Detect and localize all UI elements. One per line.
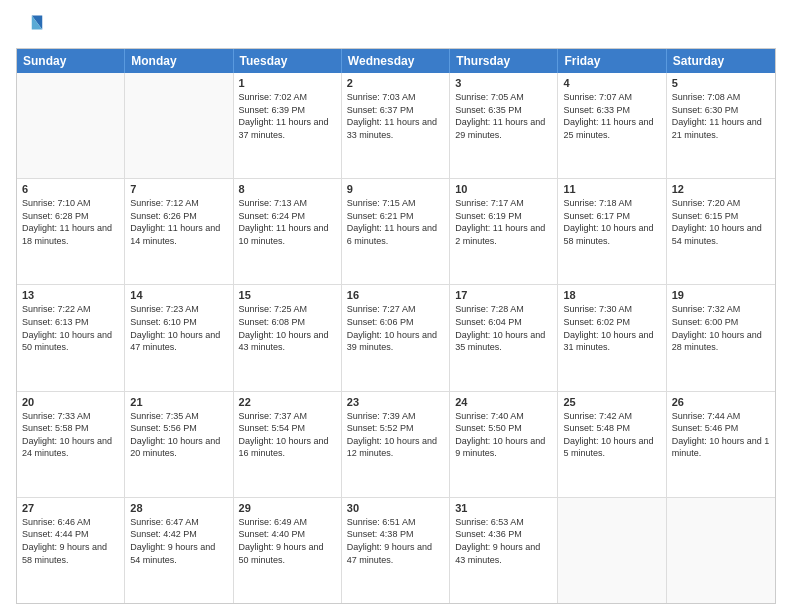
week-row-3: 20Sunrise: 7:33 AM Sunset: 5:58 PM Dayli… — [17, 392, 775, 498]
day-cell-18: 18Sunrise: 7:30 AM Sunset: 6:02 PM Dayli… — [558, 285, 666, 390]
day-number: 17 — [455, 289, 552, 301]
day-cell-6: 6Sunrise: 7:10 AM Sunset: 6:28 PM Daylig… — [17, 179, 125, 284]
day-number: 24 — [455, 396, 552, 408]
day-info: Sunrise: 7:27 AM Sunset: 6:06 PM Dayligh… — [347, 303, 444, 353]
day-info: Sunrise: 6:47 AM Sunset: 4:42 PM Dayligh… — [130, 516, 227, 566]
calendar-header-row: SundayMondayTuesdayWednesdayThursdayFrid… — [17, 49, 775, 73]
day-number: 10 — [455, 183, 552, 195]
day-info: Sunrise: 7:25 AM Sunset: 6:08 PM Dayligh… — [239, 303, 336, 353]
day-cell-29: 29Sunrise: 6:49 AM Sunset: 4:40 PM Dayli… — [234, 498, 342, 603]
day-cell-24: 24Sunrise: 7:40 AM Sunset: 5:50 PM Dayli… — [450, 392, 558, 497]
day-info: Sunrise: 7:10 AM Sunset: 6:28 PM Dayligh… — [22, 197, 119, 247]
week-row-0: 1Sunrise: 7:02 AM Sunset: 6:39 PM Daylig… — [17, 73, 775, 179]
day-number: 7 — [130, 183, 227, 195]
day-number: 25 — [563, 396, 660, 408]
day-cell-9: 9Sunrise: 7:15 AM Sunset: 6:21 PM Daylig… — [342, 179, 450, 284]
day-info: Sunrise: 7:12 AM Sunset: 6:26 PM Dayligh… — [130, 197, 227, 247]
empty-cell — [667, 498, 775, 603]
day-info: Sunrise: 7:20 AM Sunset: 6:15 PM Dayligh… — [672, 197, 770, 247]
day-info: Sunrise: 7:07 AM Sunset: 6:33 PM Dayligh… — [563, 91, 660, 141]
day-cell-20: 20Sunrise: 7:33 AM Sunset: 5:58 PM Dayli… — [17, 392, 125, 497]
day-cell-2: 2Sunrise: 7:03 AM Sunset: 6:37 PM Daylig… — [342, 73, 450, 178]
empty-cell — [558, 498, 666, 603]
day-number: 9 — [347, 183, 444, 195]
day-number: 2 — [347, 77, 444, 89]
day-info: Sunrise: 7:32 AM Sunset: 6:00 PM Dayligh… — [672, 303, 770, 353]
header-cell-wednesday: Wednesday — [342, 49, 450, 73]
day-number: 4 — [563, 77, 660, 89]
day-info: Sunrise: 7:44 AM Sunset: 5:46 PM Dayligh… — [672, 410, 770, 460]
day-cell-19: 19Sunrise: 7:32 AM Sunset: 6:00 PM Dayli… — [667, 285, 775, 390]
day-info: Sunrise: 6:46 AM Sunset: 4:44 PM Dayligh… — [22, 516, 119, 566]
header-cell-thursday: Thursday — [450, 49, 558, 73]
day-cell-28: 28Sunrise: 6:47 AM Sunset: 4:42 PM Dayli… — [125, 498, 233, 603]
day-number: 14 — [130, 289, 227, 301]
day-info: Sunrise: 7:17 AM Sunset: 6:19 PM Dayligh… — [455, 197, 552, 247]
day-cell-21: 21Sunrise: 7:35 AM Sunset: 5:56 PM Dayli… — [125, 392, 233, 497]
logo-area — [16, 12, 48, 40]
day-cell-23: 23Sunrise: 7:39 AM Sunset: 5:52 PM Dayli… — [342, 392, 450, 497]
day-number: 19 — [672, 289, 770, 301]
header — [16, 12, 776, 40]
day-number: 26 — [672, 396, 770, 408]
header-cell-sunday: Sunday — [17, 49, 125, 73]
day-cell-26: 26Sunrise: 7:44 AM Sunset: 5:46 PM Dayli… — [667, 392, 775, 497]
day-cell-11: 11Sunrise: 7:18 AM Sunset: 6:17 PM Dayli… — [558, 179, 666, 284]
day-cell-13: 13Sunrise: 7:22 AM Sunset: 6:13 PM Dayli… — [17, 285, 125, 390]
day-info: Sunrise: 7:28 AM Sunset: 6:04 PM Dayligh… — [455, 303, 552, 353]
logo-icon — [16, 12, 44, 40]
day-cell-31: 31Sunrise: 6:53 AM Sunset: 4:36 PM Dayli… — [450, 498, 558, 603]
calendar: SundayMondayTuesdayWednesdayThursdayFrid… — [16, 48, 776, 604]
day-number: 11 — [563, 183, 660, 195]
day-number: 15 — [239, 289, 336, 301]
day-info: Sunrise: 7:40 AM Sunset: 5:50 PM Dayligh… — [455, 410, 552, 460]
header-cell-tuesday: Tuesday — [234, 49, 342, 73]
day-number: 6 — [22, 183, 119, 195]
day-number: 12 — [672, 183, 770, 195]
day-info: Sunrise: 7:22 AM Sunset: 6:13 PM Dayligh… — [22, 303, 119, 353]
day-info: Sunrise: 7:13 AM Sunset: 6:24 PM Dayligh… — [239, 197, 336, 247]
header-cell-friday: Friday — [558, 49, 666, 73]
day-info: Sunrise: 7:18 AM Sunset: 6:17 PM Dayligh… — [563, 197, 660, 247]
day-info: Sunrise: 7:35 AM Sunset: 5:56 PM Dayligh… — [130, 410, 227, 460]
day-number: 13 — [22, 289, 119, 301]
day-info: Sunrise: 7:15 AM Sunset: 6:21 PM Dayligh… — [347, 197, 444, 247]
empty-cell — [125, 73, 233, 178]
day-info: Sunrise: 7:05 AM Sunset: 6:35 PM Dayligh… — [455, 91, 552, 141]
day-number: 5 — [672, 77, 770, 89]
week-row-4: 27Sunrise: 6:46 AM Sunset: 4:44 PM Dayli… — [17, 498, 775, 603]
day-number: 18 — [563, 289, 660, 301]
day-number: 27 — [22, 502, 119, 514]
day-info: Sunrise: 6:51 AM Sunset: 4:38 PM Dayligh… — [347, 516, 444, 566]
day-info: Sunrise: 7:23 AM Sunset: 6:10 PM Dayligh… — [130, 303, 227, 353]
header-cell-monday: Monday — [125, 49, 233, 73]
day-number: 20 — [22, 396, 119, 408]
day-info: Sunrise: 7:42 AM Sunset: 5:48 PM Dayligh… — [563, 410, 660, 460]
day-number: 21 — [130, 396, 227, 408]
day-info: Sunrise: 7:30 AM Sunset: 6:02 PM Dayligh… — [563, 303, 660, 353]
day-cell-3: 3Sunrise: 7:05 AM Sunset: 6:35 PM Daylig… — [450, 73, 558, 178]
day-info: Sunrise: 7:39 AM Sunset: 5:52 PM Dayligh… — [347, 410, 444, 460]
day-number: 31 — [455, 502, 552, 514]
day-cell-4: 4Sunrise: 7:07 AM Sunset: 6:33 PM Daylig… — [558, 73, 666, 178]
day-cell-27: 27Sunrise: 6:46 AM Sunset: 4:44 PM Dayli… — [17, 498, 125, 603]
day-info: Sunrise: 7:02 AM Sunset: 6:39 PM Dayligh… — [239, 91, 336, 141]
day-cell-30: 30Sunrise: 6:51 AM Sunset: 4:38 PM Dayli… — [342, 498, 450, 603]
day-cell-16: 16Sunrise: 7:27 AM Sunset: 6:06 PM Dayli… — [342, 285, 450, 390]
day-cell-5: 5Sunrise: 7:08 AM Sunset: 6:30 PM Daylig… — [667, 73, 775, 178]
day-number: 3 — [455, 77, 552, 89]
day-info: Sunrise: 6:49 AM Sunset: 4:40 PM Dayligh… — [239, 516, 336, 566]
day-number: 29 — [239, 502, 336, 514]
page: SundayMondayTuesdayWednesdayThursdayFrid… — [0, 0, 792, 612]
day-number: 23 — [347, 396, 444, 408]
day-number: 22 — [239, 396, 336, 408]
day-info: Sunrise: 7:03 AM Sunset: 6:37 PM Dayligh… — [347, 91, 444, 141]
day-number: 8 — [239, 183, 336, 195]
day-cell-12: 12Sunrise: 7:20 AM Sunset: 6:15 PM Dayli… — [667, 179, 775, 284]
day-info: Sunrise: 7:37 AM Sunset: 5:54 PM Dayligh… — [239, 410, 336, 460]
day-number: 16 — [347, 289, 444, 301]
empty-cell — [17, 73, 125, 178]
day-info: Sunrise: 7:33 AM Sunset: 5:58 PM Dayligh… — [22, 410, 119, 460]
day-number: 1 — [239, 77, 336, 89]
week-row-1: 6Sunrise: 7:10 AM Sunset: 6:28 PM Daylig… — [17, 179, 775, 285]
